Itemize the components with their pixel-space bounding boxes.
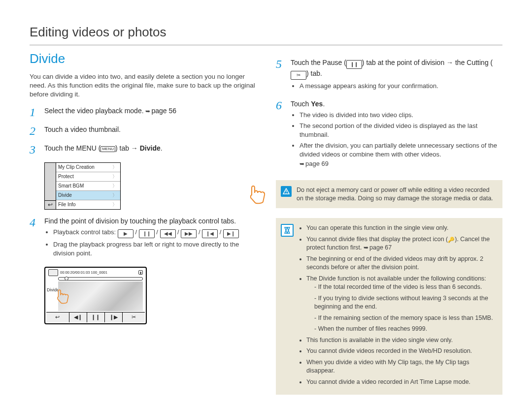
scissors-icon: ✂ — [291, 71, 306, 80]
page-ref: page 69 — [299, 160, 329, 167]
menu-list: My Clip Creation〉 Protect〉 Smart BGM〉 Di… — [56, 162, 121, 210]
manual-page: Editing videos or photos Divide You can … — [0, 0, 532, 406]
step-1: 1 Select the video playback mode. page 5… — [30, 106, 256, 118]
control-pause: ❙❙ — [87, 312, 105, 322]
chevron-icon: 〉 — [112, 192, 117, 199]
step-6-bullets: The video is divided into two video clip… — [291, 111, 502, 168]
svg-point-1 — [286, 192, 287, 193]
step-3-target: Divide — [140, 144, 161, 152]
two-column-layout: Divide You can divide a video into two, … — [30, 51, 502, 395]
page-title: Editing videos or photos — [30, 25, 502, 43]
menu-key-icon: MENU — [100, 146, 115, 152]
playback-illustration: 00:00:20/00:01:03 100_0001 ▮ Divide ↩ ◀❙… — [44, 267, 147, 324]
chevron-icon: 〉 — [112, 201, 117, 208]
step-number: 3 — [30, 144, 39, 156]
skip-back-icon: ❙◀ — [202, 229, 218, 238]
left-column: Divide You can divide a video into two, … — [30, 51, 256, 395]
step-4-bullets: Playback control tabs: ▶ / ❙❙ / ◀◀ / ▶▶ … — [44, 228, 256, 258]
playback-topbar: 00:00:20/00:01:03 100_0001 ▮ — [46, 269, 145, 277]
menu-row: My Clip Creation〉 — [56, 163, 120, 172]
menu-row: Smart BGM〉 — [56, 182, 120, 191]
step-text: Touch a video thumbnail. — [44, 125, 121, 134]
playback-timestamp: 00:00:20/00:01:03 100_0001 — [60, 270, 107, 275]
control-back: ↩ — [46, 312, 69, 322]
step-number: 4 — [30, 217, 39, 228]
step-6: 6 Touch Yes. The video is divided into t… — [276, 99, 502, 170]
chevron-icon: 〉 — [112, 164, 117, 171]
step-4: 4 Find the point of division by touching… — [30, 217, 256, 260]
rewind-icon: ◀◀ — [160, 229, 176, 238]
progress-bar — [58, 277, 143, 281]
info-item: When you divide a video with My Clip tag… — [306, 358, 497, 375]
menu-row: File Info〉 — [56, 200, 120, 209]
chevron-icon: 〉 — [112, 173, 117, 180]
section-heading: Divide — [30, 51, 256, 66]
step-text: Touch Yes. The video is divided into two… — [291, 99, 502, 170]
arrow-icon: → — [129, 144, 140, 152]
menu-row-selected: Divide〉 — [56, 191, 120, 200]
pause-icon: ❙❙ — [139, 229, 155, 238]
warning-text: Do not eject a memory card or power off … — [297, 186, 497, 203]
battery-icon: ▮ — [138, 270, 143, 275]
info-item: You cannot divide videos recorded in the… — [306, 347, 497, 356]
step-number: 5 — [276, 58, 286, 70]
page-ref: page 56 — [145, 107, 176, 115]
menu-row: Protect〉 — [56, 172, 120, 182]
page-ref: page 67 — [364, 244, 392, 251]
step-number: 1 — [30, 106, 39, 118]
step-number: 6 — [276, 99, 286, 111]
info-item: You cannot divide a video recorded in Ar… — [306, 378, 497, 387]
arrow-icon: → — [444, 59, 455, 66]
step-5-bullets: A message appears asking for your confir… — [291, 82, 502, 91]
step-text: Select the video playback mode. page 56 — [44, 106, 176, 116]
step-4-bullet-2: Drag the playback progress bar left or r… — [53, 240, 256, 258]
right-column: 5 Touch the Pause (❙❙) tab at the point … — [276, 51, 502, 395]
step-text: Touch the MENU (MENU) tab → Divide. — [44, 144, 163, 153]
section-intro: You can divide a video into two, and eas… — [30, 72, 256, 99]
video-frame — [58, 281, 143, 311]
note-icon — [281, 224, 294, 237]
thumbnail-icon — [48, 269, 58, 276]
info-item: The beginning or end of the divided vide… — [306, 255, 497, 272]
step-5: 5 Touch the Pause (❙❙) tab at the point … — [276, 58, 502, 93]
step-3: 3 Touch the MENU (MENU) tab → Divide. — [30, 144, 256, 156]
pause-icon: ❙❙ — [346, 60, 362, 69]
header-rule — [30, 45, 502, 45]
info-bullets: You can operate this function in the sin… — [299, 224, 497, 389]
info-item: The Divide function is not available und… — [306, 275, 497, 334]
step-2: 2 Touch a video thumbnail. — [30, 125, 256, 137]
menu-back-column: ↩ — [44, 162, 56, 210]
playback-tabs-bullet: Playback control tabs: ▶ / ❙❙ / ◀◀ / ▶▶ … — [53, 228, 256, 238]
step-1-text: Select the video playback mode. — [44, 107, 144, 115]
chevron-icon: 〉 — [112, 183, 117, 189]
skip-forward-icon: ▶❙ — [223, 229, 239, 238]
hand-pointer-icon — [56, 288, 72, 305]
info-item: You can operate this function in the sin… — [306, 224, 497, 233]
control-prev: ◀❙ — [69, 312, 87, 322]
protect-key-icon: 🔑 — [448, 236, 455, 244]
step-6-yes: Yes — [311, 100, 323, 108]
fastforward-icon: ▶▶ — [181, 229, 197, 238]
back-icon: ↩ — [45, 200, 56, 209]
warning-box: Do not eject a memory card or power off … — [276, 180, 502, 209]
play-icon: ▶ — [118, 229, 133, 238]
info-box: You can operate this function in the sin… — [276, 218, 502, 395]
step-number: 2 — [30, 125, 39, 137]
control-next: ❙▶ — [105, 312, 123, 322]
warning-icon — [281, 186, 292, 197]
control-cut: ✂ — [123, 312, 145, 322]
menu-illustration: ↩ My Clip Creation〉 Protect〉 Smart BGM〉 … — [44, 162, 256, 210]
info-sublist: If the total recorded time of the video … — [306, 283, 497, 334]
hand-pointer-icon — [248, 184, 270, 206]
info-item: You cannot divide files that display the… — [306, 235, 497, 252]
step-text: Touch the Pause (❙❙) tab at the point of… — [291, 58, 502, 93]
info-item: This function is available in the video … — [306, 336, 497, 345]
step-text: Find the point of division by touching t… — [44, 217, 256, 260]
playback-controls: ↩ ◀❙ ❙❙ ❙▶ ✂ — [46, 312, 145, 322]
